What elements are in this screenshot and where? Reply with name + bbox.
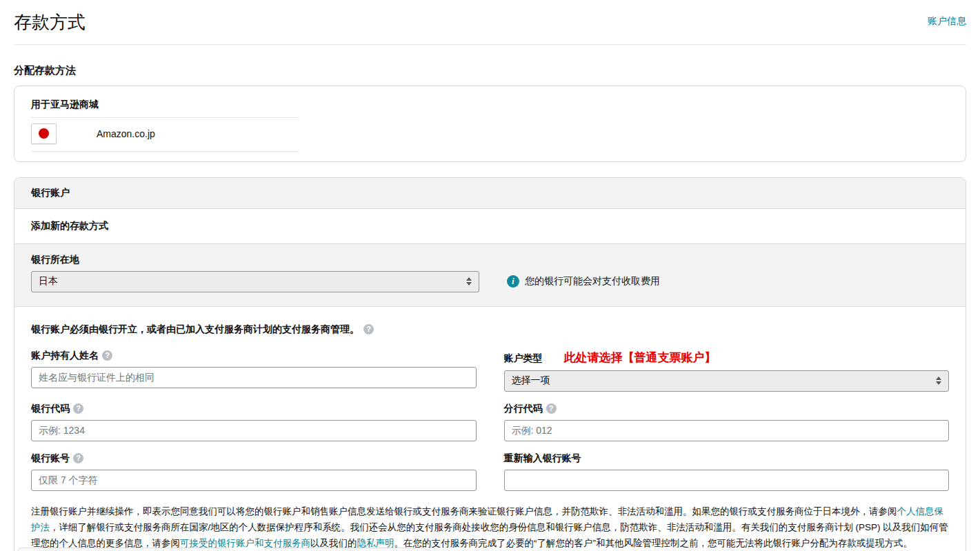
account-type-annotation: 此处请选择【普通支票账户】 [564, 350, 717, 365]
marketplace-name: Amazon.co.jp [97, 128, 155, 139]
bank-code-input[interactable] [31, 420, 477, 441]
branch-code-input[interactable] [504, 420, 950, 441]
bank-account-card: 银行账户 添加新的存款方式 银行所在地 日本 i 您的银行可能会对支付收取费用 … [14, 177, 966, 551]
marketplace-table: 用于亚马逊商城 Amazon.co.jp [31, 99, 299, 152]
account-info-link[interactable]: 账户信息 [928, 15, 966, 28]
account-type-label: 账户类型 [504, 352, 543, 365]
legal-text: 。在您的支付服务商完成了必要的“了解您的客户”和其他风险管理控制之前，您可能无法… [394, 538, 913, 548]
bank-location-section: 银行所在地 日本 i 您的银行可能会对支付收取费用 [14, 243, 966, 307]
account-type-selected-value: 选择一项 [512, 374, 937, 387]
bank-code-label: 银行代码 [31, 403, 70, 415]
holder-name-label: 账户持有人姓名 [31, 350, 99, 362]
cutoff-card-stub [17, 548, 231, 551]
requirement-note: 银行账户必须由银行开立，或者由已加入支付服务商计划的支付服务商管理。 ? [31, 323, 949, 336]
field-account-type: 账户类型 此处请选择【普通支票账户】 选择一项 [504, 350, 950, 392]
legal-text: 注册银行账户并继续操作，即表示您同意我们可以将您的银行账户和销售账户信息发送给银… [31, 506, 897, 517]
requirement-note-text: 银行账户必须由银行开立，或者由已加入支付服务商计划的支付服务商管理。 [31, 323, 359, 336]
bank-location-select[interactable]: 日本 [31, 271, 479, 292]
page-header: 存款方式 账户信息 [14, 0, 966, 34]
field-branch-code: 分行代码 ? [504, 403, 950, 441]
bank-card-header: 银行账户 [14, 178, 966, 209]
acceptable-banks-psp-link[interactable]: 可接受的银行账户和支付服务商 [180, 538, 310, 548]
header-divider [14, 44, 966, 45]
account-number-label: 银行账号 [31, 452, 70, 465]
add-deposit-method-label: 添加新的存款方式 [14, 209, 966, 243]
legal-paragraph: 注册银行账户并继续操作，即表示您同意我们可以将您的银行账户和销售账户信息发送给银… [31, 503, 949, 551]
help-icon[interactable]: ? [363, 324, 374, 334]
help-icon[interactable]: ? [73, 403, 83, 414]
help-icon[interactable]: ? [102, 350, 112, 361]
field-reenter-account-number: 重新输入银行账号 [504, 452, 950, 491]
account-type-select[interactable]: 选择一项 [504, 370, 950, 392]
info-icon: i [507, 275, 519, 288]
bank-location-label: 银行所在地 [31, 254, 479, 266]
account-number-input[interactable] [31, 470, 477, 491]
field-holder-name: 账户持有人姓名 ? [31, 350, 477, 392]
japan-flag-icon [31, 123, 57, 144]
help-icon[interactable]: ? [73, 453, 83, 463]
legal-text: 以及我们的 [310, 538, 357, 548]
privacy-notice-link[interactable]: 隐私声明 [357, 538, 394, 548]
select-updown-icon [466, 277, 472, 285]
bank-fee-note: i 您的银行可能会对支付收取费用 [507, 275, 660, 288]
branch-code-label: 分行代码 [504, 403, 543, 415]
deposit-methods-page: 存款方式 账户信息 分配存款方法 用于亚马逊商城 Amazon.co.jp 银行… [0, 0, 980, 551]
assign-section-heading: 分配存款方法 [14, 64, 966, 77]
field-account-number: 银行账号 ? [31, 452, 477, 491]
marketplace-row[interactable]: Amazon.co.jp [31, 118, 299, 152]
reenter-account-number-label: 重新输入银行账号 [504, 452, 581, 465]
cutoff-card-stub [264, 548, 428, 551]
marketplace-card: 用于亚马逊商城 Amazon.co.jp [14, 86, 966, 162]
page-title: 存款方式 [14, 11, 86, 34]
bank-details-form: 银行账户必须由银行开立，或者由已加入支付服务商计划的支付服务商管理。 ? 账户持… [14, 307, 966, 551]
reenter-account-number-input[interactable] [504, 470, 950, 491]
help-icon[interactable]: ? [546, 403, 557, 414]
field-bank-code: 银行代码 ? [31, 403, 477, 441]
select-updown-icon [936, 377, 941, 385]
marketplace-table-header: 用于亚马逊商城 [31, 99, 299, 118]
holder-name-input[interactable] [31, 367, 477, 388]
bank-fee-note-text: 您的银行可能会对支付收取费用 [525, 275, 660, 288]
bank-location-selected-value: 日本 [39, 275, 466, 288]
